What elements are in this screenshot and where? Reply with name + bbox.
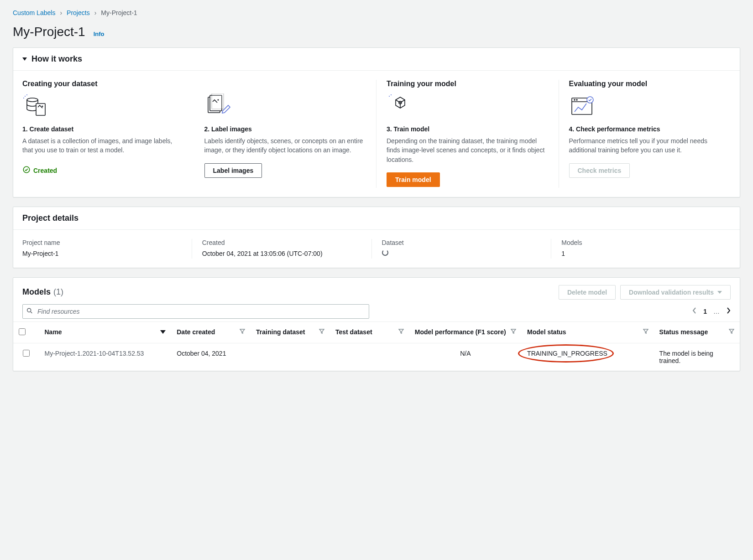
detail-project-name: Project name My-Project-1 (22, 239, 192, 259)
breadcrumb-projects[interactable]: Projects (67, 9, 90, 16)
pagination-ellipsis: … (713, 308, 720, 315)
project-details-panel: Project details Project name My-Project-… (13, 207, 740, 268)
download-validation-button[interactable]: Download validation results (620, 285, 731, 300)
col-message-header[interactable]: Status message (654, 321, 740, 343)
row-checkbox[interactable] (23, 350, 30, 357)
col-date-header[interactable]: Date created (171, 321, 251, 343)
detail-models: Models 1 (551, 239, 731, 259)
col-status-header[interactable]: Model status (522, 321, 654, 343)
label-images-button[interactable]: Label images (204, 163, 262, 178)
filter-icon (398, 328, 404, 334)
how-it-works-title: How it works (31, 54, 82, 64)
chevron-right-icon: › (60, 9, 62, 16)
col-name-header[interactable]: Name (39, 321, 172, 343)
caret-down-icon (22, 57, 27, 61)
info-link[interactable]: Info (94, 31, 105, 37)
svg-point-0 (27, 98, 38, 102)
pagination-current: 1 (703, 308, 707, 315)
select-all-checkbox[interactable] (19, 328, 26, 335)
col-performance-label: Model performance (F1 score) (415, 328, 506, 336)
search-input[interactable] (22, 304, 369, 319)
step-desc: A dataset is a collection of images, and… (22, 136, 184, 155)
page-title: My-Project-1 (13, 25, 85, 39)
col-test-label: Test dataset (335, 328, 372, 336)
project-details-title: Project details (22, 213, 78, 223)
col-name-label: Name (45, 328, 62, 336)
check-metrics-button[interactable]: Check metrics (569, 163, 630, 178)
models-panel: Models (1) Delete model Download validat… (13, 277, 740, 371)
hiw-evaluate-col: Evaluating your model 4. Check performan… (559, 80, 731, 188)
svg-point-12 (389, 96, 390, 97)
pagination-prev-button[interactable] (692, 307, 697, 316)
caret-down-icon (717, 291, 722, 294)
svg-point-10 (217, 99, 219, 101)
detail-label: Models (561, 239, 721, 246)
hiw-section-title: Creating your dataset (22, 80, 184, 88)
models-title: Models (22, 287, 51, 297)
select-all-header (13, 321, 39, 343)
col-training-label: Training dataset (256, 328, 305, 336)
status-value: TRAINING_IN_PROGRESS (527, 350, 607, 357)
col-training-header[interactable]: Training dataset (251, 321, 330, 343)
detail-created: Created October 04, 2021 at 13:05:06 (UT… (192, 239, 371, 259)
hiw-train-model-col: Training your model 3. Train model Depen… (376, 80, 559, 188)
detail-value (382, 249, 541, 259)
detail-label: Dataset (382, 239, 541, 246)
step-title: 3. Train model (387, 125, 549, 133)
hiw-create-dataset-col: Creating your dataset 1. Create dat (22, 80, 194, 188)
cell-training (251, 343, 330, 371)
svg-point-13 (391, 94, 392, 95)
step-title: 4. Check performance metrics (569, 125, 731, 133)
detail-label: Created (202, 239, 361, 246)
delete-model-button[interactable]: Delete model (559, 285, 616, 300)
cell-test (330, 343, 409, 371)
step-desc: Depending on the training dataset, the t… (387, 136, 549, 164)
cell-performance: N/A (409, 343, 522, 371)
label-images-icon (204, 93, 366, 119)
svg-rect-1 (36, 104, 45, 115)
database-document-icon (22, 93, 184, 119)
loading-spinner-icon (382, 249, 388, 256)
pagination-next-button[interactable] (726, 307, 731, 316)
col-performance-header[interactable]: Model performance (F1 score) (409, 321, 522, 343)
svg-point-16 (576, 99, 577, 100)
breadcrumb-custom-labels[interactable]: Custom Labels (13, 9, 55, 16)
pagination: 1 … (692, 307, 731, 316)
cell-date: October 04, 2021 (171, 343, 251, 371)
created-label: Created (33, 167, 57, 174)
detail-value: 1 (561, 249, 721, 259)
col-test-header[interactable]: Test dataset (330, 321, 409, 343)
cell-name: My-Project-1.2021-10-04T13.52.53 (39, 343, 172, 371)
check-circle-icon (22, 166, 31, 175)
cell-message: The model is being trained. (654, 343, 740, 371)
svg-point-4 (26, 94, 27, 95)
detail-dataset: Dataset (372, 239, 551, 259)
svg-point-15 (574, 99, 575, 100)
how-it-works-header[interactable]: How it works (13, 48, 740, 71)
train-model-icon (387, 93, 549, 119)
filter-icon (729, 328, 734, 334)
detail-value: October 04, 2021 at 13:05:06 (UTC-07:00) (202, 249, 361, 259)
models-count: (1) (53, 287, 63, 297)
step-desc: Performance metrics tell you if your mod… (569, 136, 731, 155)
download-validation-label: Download validation results (629, 289, 714, 296)
svg-point-5 (23, 98, 24, 99)
detail-value: My-Project-1 (22, 249, 182, 259)
step-title: 1. Create dataset (22, 125, 184, 133)
train-model-button[interactable]: Train model (387, 172, 440, 187)
filter-icon (511, 328, 516, 334)
search-box (22, 304, 369, 319)
hiw-section-title: Evaluating your model (569, 80, 731, 88)
detail-label: Project name (22, 239, 182, 246)
step-title: 2. Label images (204, 125, 366, 133)
breadcrumb-current: My-Project-1 (101, 9, 137, 16)
search-icon (26, 307, 33, 316)
svg-point-2 (42, 106, 43, 107)
svg-point-3 (25, 96, 26, 97)
metrics-icon (569, 93, 731, 119)
table-row: My-Project-1.2021-10-04T13.52.53 October… (13, 343, 740, 371)
filter-icon (240, 328, 245, 334)
hiw-section-title: Training your model (387, 80, 549, 88)
models-table: Name Date created Training dataset (13, 321, 740, 371)
col-status-label: Model status (527, 328, 566, 336)
